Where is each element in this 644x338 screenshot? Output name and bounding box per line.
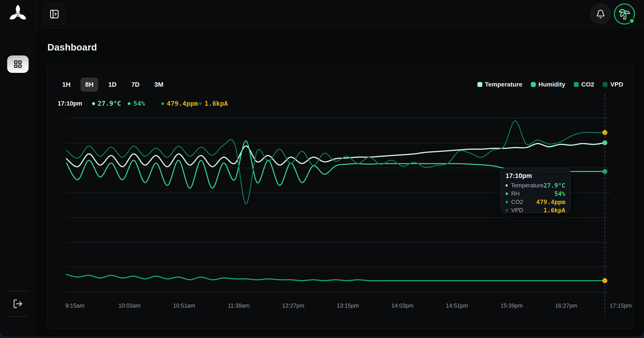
legend-swatch [574, 82, 579, 87]
tooltip-series-dot [506, 192, 508, 195]
palm-tree-icon [618, 8, 630, 20]
legend-item-humidity[interactable]: Humidity [531, 81, 565, 88]
legend-item-co2[interactable]: CO2 [574, 81, 594, 88]
tooltip-series-value: 27.9°C [544, 182, 565, 189]
main-content: Dashboard 1H8H1D7D3M TemperatureHumidity… [36, 28, 644, 336]
environment-chart-card: 1H8H1D7D3M TemperatureHumidityCO2VPD 17:… [48, 65, 633, 328]
x-axis-label: 16:27pm [555, 302, 577, 309]
content-column: Dashboard 1H8H1D7D3M TemperatureHumidity… [36, 0, 644, 336]
legend-label: Humidity [538, 81, 565, 88]
tooltip-series-label: Temperature [511, 182, 544, 189]
bell-icon [596, 10, 605, 19]
legend-label: Temperature [485, 81, 522, 88]
avatar[interactable] [614, 3, 635, 24]
x-axis-label: 10:03am [118, 302, 140, 309]
sidebar-divider-bottom [7, 316, 28, 317]
tooltip-row: VPD1.6kpA [506, 206, 565, 214]
tooltip-series-dot [506, 201, 508, 203]
app-logo [6, 3, 30, 26]
tooltip-series-dot [506, 209, 508, 212]
x-axis-label: 11:39am [228, 302, 250, 309]
tooltip-row: Temperature27.9°C [506, 181, 565, 190]
tab-range-3m[interactable]: 3M [150, 78, 168, 92]
tooltip-series-value: 1.6kpA [544, 207, 565, 214]
legend-label: CO2 [582, 81, 594, 88]
chart-card-header: 1H8H1D7D3M TemperatureHumidityCO2VPD [58, 77, 623, 92]
tooltip-rows: Temperature27.9°CRH54%CO2479.4ppmVPD1.6k… [506, 181, 565, 214]
x-axis-label: 14:51pm [446, 302, 468, 309]
tooltip-time: 17:10pm [506, 172, 565, 180]
tooltip-row: CO2479.4ppm [506, 198, 565, 206]
legend-swatch [603, 82, 608, 87]
legend-item-temperature[interactable]: Temperature [478, 81, 522, 88]
log-out-icon [13, 299, 23, 309]
legend-item-vpd[interactable]: VPD [603, 81, 623, 88]
chart-legend: TemperatureHumidityCO2VPD [478, 81, 623, 88]
three-leaf-plant-logo-icon [7, 3, 29, 26]
layout-grid-icon [13, 60, 22, 69]
legend-swatch [478, 82, 482, 87]
tooltip-row: RH54% [506, 190, 565, 198]
x-axis-label: 10:51am [173, 302, 195, 309]
tooltip-series-value: 479.4ppm [536, 198, 565, 206]
series-line-temperature [66, 143, 605, 167]
notifications-button[interactable] [590, 3, 611, 24]
time-range-tabs: 1H8H1D7D3M [58, 78, 168, 92]
tooltip-series-label: CO2 [511, 198, 523, 206]
logout-row [13, 291, 23, 316]
x-axis-label: 17:15pm [610, 302, 632, 309]
tab-range-1d[interactable]: 1D [104, 78, 121, 92]
series-line-vpd [66, 274, 605, 281]
tab-range-1h[interactable]: 1H [58, 78, 75, 92]
panel-left-open-icon [49, 9, 60, 19]
tooltip-series-label: RH [511, 190, 520, 197]
x-axis-label: 15:39pm [500, 302, 522, 309]
x-axis-label: 14:03pm [391, 302, 414, 309]
app-window: Dashboard 1H8H1D7D3M TemperatureHumidity… [0, 0, 644, 336]
logout-button[interactable] [13, 299, 23, 309]
legend-swatch [531, 82, 536, 87]
x-axis-label: 13:15pm [337, 302, 359, 309]
legend-label: VPD [610, 81, 623, 88]
tooltip-series-value: 54% [554, 190, 565, 197]
tooltip-series-label: VPD [511, 207, 523, 214]
sidebar-item-dashboard[interactable] [7, 56, 28, 73]
sidebar-toggle-button[interactable] [44, 4, 65, 24]
sidebar [0, 0, 36, 336]
x-axis-label: 12:27pm [282, 302, 304, 309]
tab-range-7d[interactable]: 7D [126, 78, 144, 92]
online-status-dot [629, 18, 634, 24]
tooltip-series-dot [506, 184, 508, 187]
topbar [36, 0, 644, 28]
chart-tooltip: 17:10pm Temperature27.9°CRH54%CO2479.4pp… [500, 168, 570, 213]
page-title: Dashboard [48, 42, 644, 53]
x-axis-label: 9:15am [65, 302, 84, 309]
tab-range-8h[interactable]: 8H [80, 78, 98, 92]
